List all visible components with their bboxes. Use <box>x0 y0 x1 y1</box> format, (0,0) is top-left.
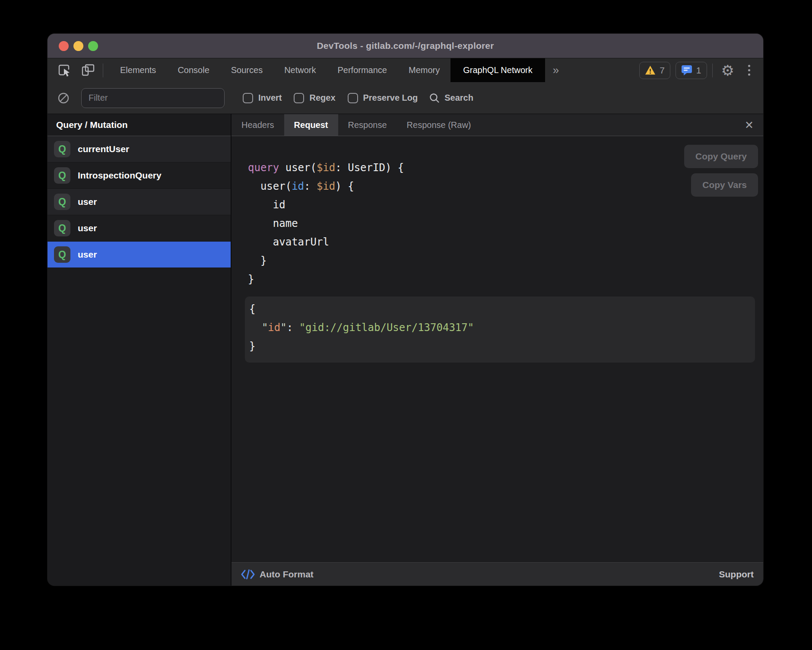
graphql-query-code: query user($id: UserID) { user(id: $id) … <box>232 136 763 289</box>
request-row-introspectionQuery[interactable]: Q IntrospectionQuery <box>48 162 231 189</box>
query-type-badge: Q <box>54 246 70 263</box>
kebab-menu-icon[interactable] <box>743 65 755 76</box>
inspect-element-icon[interactable] <box>56 62 73 79</box>
tabbar-right-controls: 7 1 ⚙ <box>639 58 763 82</box>
tab-response[interactable]: Response <box>338 114 397 136</box>
devtools-window: DevTools - gitlab.com/-/graphql-explorer… <box>48 34 763 586</box>
checkbox-box[interactable] <box>243 93 253 103</box>
query-type-badge: Q <box>54 167 70 184</box>
tab-console[interactable]: Console <box>167 58 220 82</box>
tab-request[interactable]: Request <box>284 114 338 136</box>
tab-elements[interactable]: Elements <box>109 58 167 82</box>
tabbar-right-divider <box>712 64 713 77</box>
detail-tabs: Headers Request Response Response (Raw) … <box>232 114 763 136</box>
message-count: 1 <box>696 65 701 76</box>
query-type-badge: Q <box>54 141 70 157</box>
request-list-sidebar: Query / Mutation Q currentUser Q Introsp… <box>48 114 232 586</box>
close-detail-icon[interactable]: ✕ <box>735 114 763 136</box>
sidebar-header: Query / Mutation <box>48 114 231 136</box>
tab-sources[interactable]: Sources <box>220 58 273 82</box>
tabbar-icons <box>48 58 109 82</box>
messages-badge[interactable]: 1 <box>676 62 707 79</box>
request-label: user <box>78 223 97 233</box>
message-icon <box>681 65 692 76</box>
query-type-badge: Q <box>54 194 70 210</box>
window-title: DevTools - gitlab.com/-/graphql-explorer <box>317 41 494 51</box>
titlebar: DevTools - gitlab.com/-/graphql-explorer <box>48 34 763 58</box>
preserve-log-label: Preserve Log <box>363 93 418 103</box>
more-tabs-chevron-icon[interactable]: » <box>545 58 567 82</box>
close-window-button[interactable] <box>59 41 69 51</box>
request-row-user-3-selected[interactable]: Q user <box>48 242 231 268</box>
code-format-icon <box>241 569 255 580</box>
request-label: user <box>78 249 97 260</box>
main-split: Query / Mutation Q currentUser Q Introsp… <box>48 114 763 586</box>
detail-footer: Auto Format Support <box>232 562 763 586</box>
preserve-log-checkbox[interactable]: Preserve Log <box>348 93 418 103</box>
tab-performance[interactable]: Performance <box>327 58 398 82</box>
request-label: IntrospectionQuery <box>78 170 162 181</box>
checkbox-box[interactable] <box>294 93 304 103</box>
traffic-lights <box>59 34 98 58</box>
warning-icon <box>645 65 656 75</box>
warning-count: 7 <box>660 65 665 76</box>
filter-bar: Invert Regex Preserve Log Search <box>48 82 763 114</box>
request-label: currentUser <box>78 144 129 154</box>
query-type-badge: Q <box>54 220 70 236</box>
zoom-window-button[interactable] <box>88 41 98 51</box>
search-control[interactable]: Search <box>429 92 473 104</box>
device-toolbar-icon[interactable] <box>79 62 97 79</box>
query-variables-block: { "id": "gid://gitlab/User/13704317"} <box>245 296 755 363</box>
toolbar-divider <box>103 64 103 77</box>
copy-vars-button[interactable]: Copy Vars <box>691 173 758 197</box>
search-label: Search <box>444 93 473 103</box>
invert-checkbox[interactable]: Invert <box>243 93 282 103</box>
tab-network[interactable]: Network <box>273 58 327 82</box>
request-label: user <box>78 197 97 207</box>
auto-format-button[interactable]: Auto Format <box>241 569 314 580</box>
support-link[interactable]: Support <box>719 569 754 580</box>
copy-query-button[interactable]: Copy Query <box>684 145 758 168</box>
copy-buttons: Copy Query Copy Vars <box>684 145 758 197</box>
filter-options: Invert Regex Preserve Log <box>243 93 418 103</box>
auto-format-label: Auto Format <box>260 569 314 580</box>
search-icon <box>429 92 440 104</box>
tab-response-raw[interactable]: Response (Raw) <box>397 114 481 136</box>
regex-label: Regex <box>309 93 335 103</box>
tab-headers[interactable]: Headers <box>232 114 284 136</box>
request-row-currentUser[interactable]: Q currentUser <box>48 136 231 162</box>
checkbox-box[interactable] <box>348 93 358 103</box>
request-tab-content: Copy Query Copy Vars query user($id: Use… <box>232 136 763 562</box>
devtools-tabbar: Elements Console Sources Network Perform… <box>48 58 763 82</box>
regex-checkbox[interactable]: Regex <box>294 93 335 103</box>
minimize-window-button[interactable] <box>73 41 83 51</box>
warnings-badge[interactable]: 7 <box>639 62 670 79</box>
request-row-user-1[interactable]: Q user <box>48 189 231 215</box>
tab-memory[interactable]: Memory <box>398 58 450 82</box>
settings-gear-icon[interactable]: ⚙ <box>718 63 738 78</box>
request-row-user-2[interactable]: Q user <box>48 215 231 242</box>
invert-label: Invert <box>258 93 282 103</box>
clear-icon[interactable] <box>57 92 70 105</box>
detail-pane: Headers Request Response Response (Raw) … <box>232 114 763 586</box>
tab-graphql-network[interactable]: GraphQL Network <box>450 58 545 82</box>
filter-input[interactable] <box>81 88 225 108</box>
